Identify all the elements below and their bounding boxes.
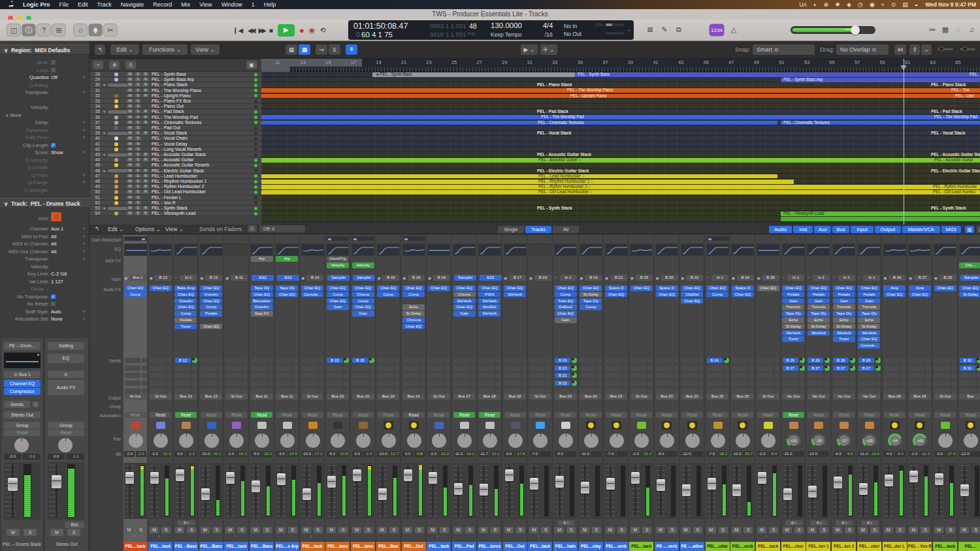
- automation-read-button[interactable]: Read: [504, 412, 526, 418]
- send-bus[interactable]: [580, 358, 596, 363]
- mute-button[interactable]: M: [884, 527, 893, 533]
- send-level-knob[interactable]: [192, 388, 197, 394]
- input-button[interactable]: ⊙: [48, 371, 84, 378]
- send-bus[interactable]: B 22: [555, 381, 570, 386]
- arrange-lane-38[interactable]: [261, 125, 980, 131]
- strip-name[interactable]: PEL...: [958, 542, 980, 551]
- send-bus[interactable]: [858, 373, 874, 378]
- automation-read-button[interactable]: Read: [630, 412, 652, 418]
- fader-area[interactable]: [427, 463, 450, 519]
- audio-fx-slot[interactable]: Chroma: [402, 317, 425, 323]
- volume-value[interactable]: -8.0: [656, 451, 666, 457]
- param-stepper[interactable]: ≎: [82, 172, 86, 179]
- send-slot[interactable]: [960, 380, 980, 386]
- send-level-knob[interactable]: [749, 388, 754, 394]
- input-slot[interactable]: ◉B 14: [301, 275, 323, 281]
- eq-thumbnail[interactable]: [630, 244, 653, 256]
- send-bus[interactable]: [378, 381, 393, 386]
- pan-knob[interactable]: [761, 433, 776, 448]
- audio-fx-slot[interactable]: Chan EQ: [681, 285, 703, 291]
- audio-fx-slot[interactable]: Chan EQ: [478, 285, 500, 291]
- group-button[interactable]: Group: [4, 422, 41, 429]
- send-slot[interactable]: [707, 380, 729, 386]
- strip-name[interactable]: PEL...tack: [933, 542, 957, 551]
- send-slot[interactable]: [884, 357, 906, 364]
- menu-item-logic-pro[interactable]: Logic Pro: [23, 1, 50, 8]
- channel-strip-2[interactable]: ◉B 13Chan EQSt OutRead-2.0-13.3MS›PEL...…: [148, 235, 173, 551]
- pan-knob[interactable]: [129, 433, 143, 448]
- send-slot[interactable]: [125, 372, 147, 379]
- audio-fx-slot[interactable]: Pedals: [833, 292, 855, 298]
- solo-button[interactable]: S: [946, 527, 955, 533]
- send-level-knob[interactable]: [192, 358, 197, 363]
- channel-strip-4[interactable]: ◉B 12Chan EQOverdrvChan EQCompPedalsChan…: [199, 235, 224, 551]
- send-level-knob[interactable]: [850, 366, 855, 371]
- eq-thumbnail[interactable]: [706, 244, 729, 256]
- audio-fx-slot[interactable]: Amp: [909, 285, 931, 291]
- mixer-back-button[interactable]: ↰: [95, 225, 99, 232]
- send-bus[interactable]: [580, 373, 596, 378]
- mixer-menu-0[interactable]: Edit ⌄: [108, 226, 123, 232]
- audio-fx-slot[interactable]: Gain: [555, 317, 577, 323]
- volume-value[interactable]: 0.0: [174, 451, 185, 457]
- fader-area[interactable]: [883, 463, 906, 519]
- send-slot[interactable]: [302, 365, 324, 371]
- solo-button[interactable]: S: [845, 527, 854, 533]
- audio-fx-slot[interactable]: Overdrv: [200, 292, 222, 298]
- output-button[interactable]: Bus 16: [327, 394, 349, 400]
- pan-knob[interactable]: -17: [837, 433, 851, 448]
- pan-knob[interactable]: [58, 438, 73, 452]
- audio-fx-slot[interactable]: SilvVerb: [453, 298, 476, 304]
- automation-read-button[interactable]: Read: [580, 412, 602, 418]
- eq-thumbnail[interactable]: [655, 244, 678, 256]
- send-bus[interactable]: B 30: [960, 358, 975, 363]
- automation-read-button[interactable]: Read: [732, 412, 753, 418]
- pan-knob[interactable]: [154, 433, 168, 448]
- volume-value[interactable]: -15.0: [200, 451, 210, 457]
- record-input-buttons[interactable]: R I: [785, 520, 802, 526]
- send-slot[interactable]: [630, 365, 653, 371]
- send-level-knob[interactable]: [420, 388, 425, 394]
- send-level-knob[interactable]: [749, 381, 754, 386]
- audio-fx-slot[interactable]: Chan EQ: [377, 285, 399, 291]
- fader-area[interactable]: [807, 463, 830, 519]
- audio-fx-slot[interactable]: Tape Dly: [782, 311, 804, 317]
- input-slot[interactable]: ◉B 28: [757, 275, 779, 281]
- fader-area[interactable]: [504, 463, 527, 519]
- send-slot[interactable]: [656, 357, 678, 364]
- send-level-knob[interactable]: [142, 358, 147, 363]
- audio-fx-slot[interactable]: Gain: [833, 298, 855, 304]
- mute-button[interactable]: M: [127, 136, 133, 140]
- send-slot[interactable]: B 15: [327, 357, 349, 364]
- audio-fx-slot[interactable]: Tape Dly: [580, 298, 602, 304]
- automation-read-button[interactable]: Read: [175, 412, 197, 418]
- solo-button[interactable]: S: [566, 527, 576, 533]
- send-level-knob[interactable]: [344, 358, 349, 363]
- audio-fx-slot[interactable]: Chorus: [453, 292, 476, 298]
- automation-read-button[interactable]: Read: [327, 412, 348, 418]
- send-bus[interactable]: [175, 373, 191, 378]
- strip-name[interactable]: PEL..ker 1: [806, 542, 830, 551]
- solo-button[interactable]: S: [896, 527, 905, 533]
- send-bus[interactable]: [302, 381, 318, 386]
- record-ready-dot[interactable]: [254, 207, 257, 210]
- send-level-knob[interactable]: [901, 373, 906, 378]
- fader-cap[interactable]: [606, 478, 615, 490]
- fader-cap[interactable]: [429, 472, 437, 484]
- status-icon-0[interactable]: UA: [799, 1, 807, 8]
- audio-fx-slot[interactable]: Gain: [327, 304, 349, 310]
- send-level-knob[interactable]: [218, 358, 223, 363]
- audio-fx-slot[interactable]: SilvVerb: [808, 330, 830, 336]
- send-level-knob[interactable]: [572, 388, 577, 394]
- eq-thumbnail[interactable]: [402, 244, 425, 256]
- strip-name[interactable]: PEL...elay: [579, 542, 603, 551]
- output-button[interactable]: Bus 13: [200, 394, 222, 400]
- metronome-button[interactable]: △: [727, 24, 741, 37]
- audio-fx-slot[interactable]: Tuner: [833, 336, 855, 342]
- fader-area[interactable]: [554, 463, 577, 519]
- send-slot[interactable]: [201, 357, 223, 364]
- send-bus[interactable]: [960, 388, 975, 394]
- track-row-38[interactable]: 38MSPEL - Pad Out: [90, 125, 261, 131]
- send-bus[interactable]: [352, 381, 368, 386]
- mixer-filter-midi[interactable]: MIDI: [941, 226, 961, 233]
